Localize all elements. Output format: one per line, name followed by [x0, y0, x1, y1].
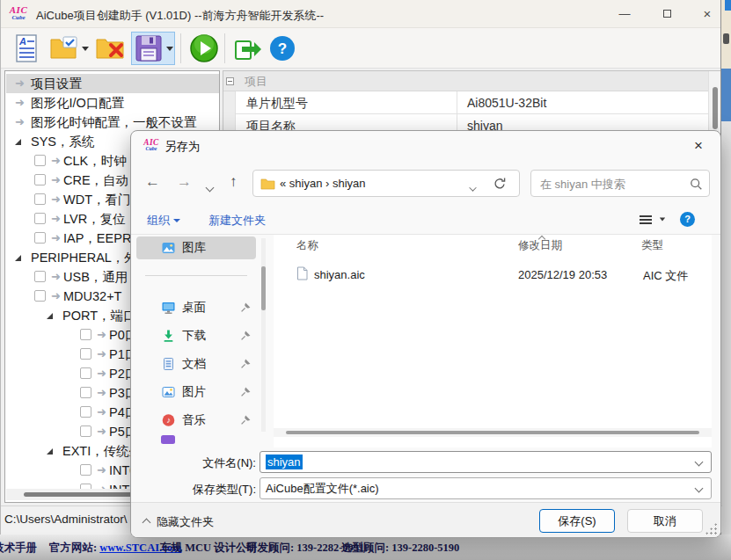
close-project-icon	[95, 34, 128, 62]
column-header-name[interactable]: 名称	[296, 238, 318, 253]
organize-button[interactable]: 组织	[147, 213, 180, 229]
checkbox[interactable]	[34, 271, 46, 282]
export-button[interactable]	[231, 32, 265, 65]
checkbox[interactable]	[80, 348, 91, 360]
sidebar-scrollbar-thumb[interactable]	[261, 266, 266, 310]
checkbox[interactable]	[80, 406, 91, 418]
view-options-button[interactable]	[640, 214, 652, 226]
documents-icon	[161, 357, 176, 374]
sidebar-item-label: 下载	[182, 328, 206, 344]
new-folder-button[interactable]: 新建文件夹	[208, 213, 266, 229]
tree-item-label: 项目设置	[31, 74, 82, 93]
save-project-button[interactable]	[131, 32, 175, 65]
dialog-titlebar: AIC Cube 另存为 ×	[131, 131, 720, 161]
sidebar-item-桌面[interactable]: 桌面	[136, 296, 256, 319]
grid-row[interactable]: 单片机型号 Ai8051U-32Bit	[236, 91, 709, 114]
address-dropdown-button[interactable]	[470, 180, 476, 193]
grid-column-divider	[457, 91, 457, 113]
checkbox[interactable]	[80, 329, 91, 340]
help-button[interactable]: ?	[267, 32, 298, 65]
column-header-type[interactable]: 类型	[641, 238, 663, 253]
sidebar-item-文档[interactable]: 文档	[136, 353, 256, 375]
expanded-icon[interactable]	[47, 448, 53, 455]
filelist-hscrollbar-thumb[interactable]	[286, 431, 699, 434]
checkbox[interactable]	[80, 425, 91, 437]
gallery-icon	[161, 241, 176, 258]
open-project-icon	[49, 35, 79, 62]
checkbox[interactable]	[34, 213, 46, 224]
checkbox[interactable]	[80, 367, 91, 379]
footer-item: 车规 MCU 设计公司	[160, 541, 258, 556]
expanded-icon[interactable]	[15, 255, 21, 261]
sidebar-item-图库[interactable]: 图库	[136, 236, 256, 259]
arrow-icon: ➜	[51, 151, 61, 171]
forward-button[interactable]: →	[177, 173, 192, 191]
sidebar-item-图片[interactable]: 图片	[136, 381, 256, 404]
checkbox[interactable]	[34, 193, 46, 205]
back-button[interactable]: ←	[145, 173, 160, 191]
maximize-button[interactable]	[654, 5, 680, 23]
hide-folders-button[interactable]: 隐藏文件夹	[143, 514, 214, 530]
minimize-button[interactable]: —	[611, 5, 638, 23]
titlebar: AIC Cube AiCube项目创建助手 (V1.01D) --前海方舟智能开…	[1, 0, 720, 28]
save-dropdown-arrow[interactable]	[166, 47, 173, 51]
arrow-icon: ➜	[51, 190, 61, 209]
checkbox[interactable]	[34, 174, 46, 185]
close-project-button[interactable]	[94, 32, 129, 65]
new-project-button[interactable]: A	[11, 32, 41, 65]
expanded-icon[interactable]	[15, 139, 21, 145]
grid-vscrollbar-thumb[interactable]	[713, 87, 718, 129]
tree-item[interactable]: ➜项目设置	[6, 74, 219, 93]
tree-item-label: CLK，时钟	[63, 151, 127, 171]
checkbox[interactable]	[34, 232, 46, 244]
checkbox[interactable]	[80, 464, 91, 476]
sidebar-item-label: 图库	[182, 240, 206, 256]
filelist-hscrollbar[interactable]	[274, 428, 712, 437]
sidebar-scrollbar[interactable]	[261, 238, 266, 432]
file-name[interactable]: shiyan.aic	[314, 268, 365, 281]
arrow-icon: ➜	[97, 403, 106, 422]
arrow-icon: ➜	[51, 171, 61, 190]
expanded-icon[interactable]	[47, 313, 53, 319]
arrow-icon: ➜	[97, 422, 106, 441]
dialog-bottom-bar: 隐藏文件夹 保存(S) 取消	[131, 502, 720, 538]
run-button[interactable]	[187, 32, 221, 65]
checkbox[interactable]	[34, 290, 46, 302]
dialog-help-button[interactable]: ?	[680, 212, 695, 227]
up-button[interactable]: ↑	[230, 173, 238, 191]
close-button[interactable]: ×	[694, 5, 720, 23]
filename-input[interactable]: shiyan	[260, 451, 712, 473]
grid-row-value[interactable]: Ai8051U-32Bit	[467, 91, 546, 114]
savetype-select[interactable]: AiCube配置文件(*.aic)	[260, 477, 712, 499]
arrow-icon: ➜	[97, 383, 106, 403]
sidebar-item-音乐[interactable]: ♪ 音乐	[136, 409, 256, 432]
tree-item-label: LVR，复位	[63, 209, 126, 229]
address-bar[interactable]: « shiyan › shiyan	[252, 170, 520, 197]
checkbox[interactable]	[80, 387, 91, 398]
sidebar-item-下载[interactable]: 下载	[136, 324, 256, 347]
toolbar-separator	[180, 33, 181, 63]
search-input[interactable]: 在 shiyan 中搜索	[530, 170, 710, 197]
checkbox[interactable]	[34, 155, 46, 166]
dialog-sidebar: 图库 桌面 下载 文档 图片♪ 音乐	[131, 235, 261, 447]
refresh-icon[interactable]	[493, 177, 507, 191]
view-dropdown-arrow[interactable]	[659, 217, 666, 222]
sidebar-divider	[145, 275, 247, 276]
footer-item: 选型顾问: 139-2280-5190	[341, 541, 459, 556]
save-button[interactable]: 保存(S)	[539, 509, 615, 533]
breadcrumb[interactable]: « shiyan › shiyan	[280, 177, 366, 190]
dialog-close-button[interactable]: ×	[685, 136, 712, 156]
recent-locations-button[interactable]	[207, 180, 213, 193]
collapse-icon[interactable]	[226, 77, 234, 85]
tree-item[interactable]: ➜图形化I/O口配置	[6, 93, 219, 113]
run-icon	[189, 33, 219, 63]
column-header-modified[interactable]: 修改日期	[518, 238, 562, 253]
resize-grip[interactable]	[705, 522, 717, 535]
open-project-button[interactable]	[48, 32, 89, 65]
cancel-button[interactable]: 取消	[627, 509, 703, 533]
videos-icon[interactable]	[161, 435, 175, 444]
tree-item[interactable]: ➜图形化时钟配置，一般不设置	[6, 113, 219, 132]
grid-group-header[interactable]: 项目	[223, 71, 720, 91]
open-dropdown-arrow[interactable]	[82, 47, 89, 51]
maximize-icon	[663, 10, 671, 18]
